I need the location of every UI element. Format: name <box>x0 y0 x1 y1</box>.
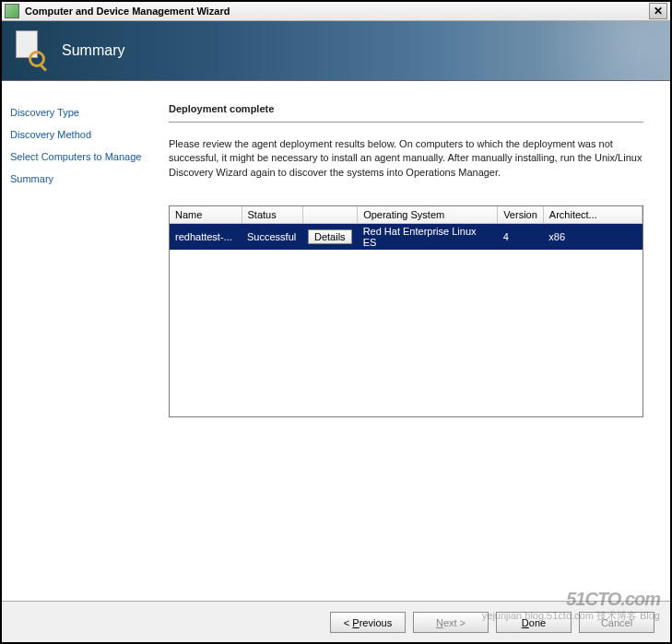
close-button[interactable]: ✕ <box>649 3 667 19</box>
col-header-arch[interactable]: Architect... <box>543 206 642 224</box>
sidebar: Discovery Type Discovery Method Select C… <box>1 81 159 600</box>
app-icon <box>5 4 19 18</box>
main-panel: Deployment complete Please review the ag… <box>159 81 671 600</box>
titlebar: Computer and Device Management Wizard ✕ <box>1 1 671 21</box>
header-title: Summary <box>62 42 124 59</box>
results-table: Name Status Operating System Version Arc… <box>170 206 643 250</box>
results-table-container: Name Status Operating System Version Arc… <box>169 205 643 417</box>
table-header-row: Name Status Operating System Version Arc… <box>170 206 643 224</box>
cell-version: 4 <box>498 224 544 251</box>
sidebar-item-summary[interactable]: Summary <box>10 168 150 190</box>
cell-details: Details <box>302 224 358 251</box>
details-button[interactable]: Details <box>308 229 352 244</box>
wizard-icon <box>14 29 51 73</box>
cell-name: redhattest-... <box>170 224 242 251</box>
cell-arch: x86 <box>543 224 642 251</box>
close-icon: ✕ <box>654 5 663 18</box>
sidebar-item-discovery-type[interactable]: Discovery Type <box>10 101 150 123</box>
button-bar: < Previous Next > Done Cancel <box>1 601 671 643</box>
col-header-status[interactable]: Status <box>242 206 302 224</box>
content-area: Discovery Type Discovery Method Select C… <box>1 81 671 600</box>
header-banner: Summary <box>1 21 671 81</box>
section-title: Deployment complete <box>169 103 643 123</box>
col-header-name[interactable]: Name <box>170 206 242 224</box>
description-text: Please review the agent deployment resul… <box>169 137 643 180</box>
sidebar-item-select-computers[interactable]: Select Computers to Manage <box>10 146 150 168</box>
col-header-version[interactable]: Version <box>498 206 544 224</box>
col-header-spacer[interactable] <box>302 206 358 224</box>
col-header-os[interactable]: Operating System <box>358 206 498 224</box>
next-button[interactable]: Next > <box>413 612 489 633</box>
window-title: Computer and Device Management Wizard <box>25 6 649 17</box>
cell-os: Red Hat Enterprise Linux ES <box>358 224 498 251</box>
done-button[interactable]: Done <box>496 612 572 633</box>
table-row[interactable]: redhattest-... Successful Details Red Ha… <box>170 224 643 251</box>
cell-status: Successful <box>242 224 302 251</box>
sidebar-item-discovery-method[interactable]: Discovery Method <box>10 123 150 146</box>
cancel-button[interactable]: Cancel <box>579 612 654 633</box>
previous-button[interactable]: < Previous <box>330 612 406 633</box>
